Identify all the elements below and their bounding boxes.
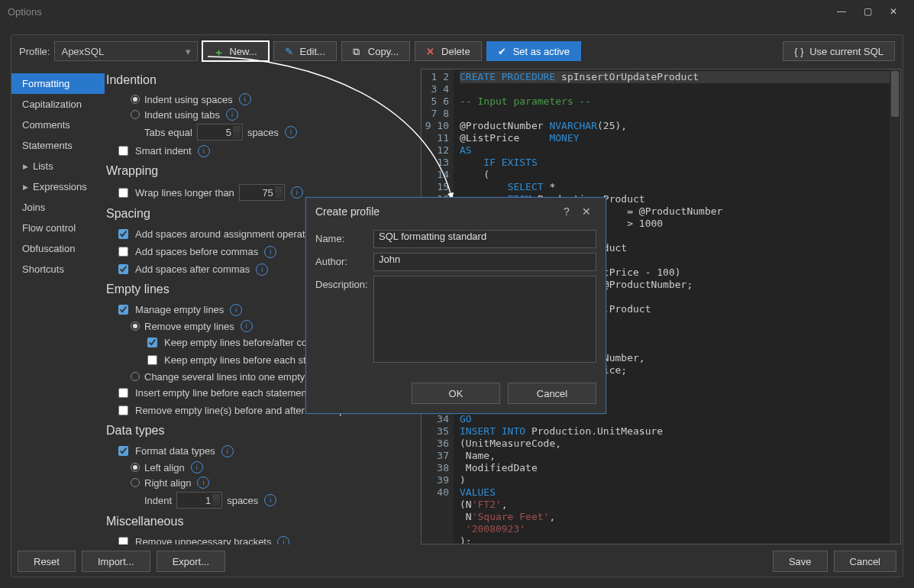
check-wrap-longer[interactable] — [118, 188, 128, 198]
import-button[interactable]: Import... — [82, 551, 150, 572]
check-icon: ✔ — [498, 46, 509, 57]
new-button[interactable]: ＋New... — [202, 41, 268, 61]
dialog-help-button[interactable]: ? — [557, 205, 576, 218]
info-icon[interactable]: i — [285, 126, 297, 138]
name-input[interactable]: SQL formatting standard — [373, 230, 596, 248]
create-profile-dialog: Create profile ? ✕ Name:SQL formatting s… — [305, 197, 606, 414]
reset-button[interactable]: Reset — [18, 551, 76, 572]
author-input[interactable]: John — [373, 253, 596, 271]
title-bar: Options — ▢ ✕ — [0, 0, 914, 23]
section-misc: Miscellaneous — [106, 515, 415, 528]
nav-item-joins[interactable]: Joins — [11, 197, 105, 218]
profile-label: Profile: — [19, 46, 50, 57]
set-active-button[interactable]: ✔Set as active — [486, 41, 581, 61]
category-nav: FormattingCapitalizationCommentsStatemen… — [11, 69, 105, 544]
description-label: Description: — [315, 276, 373, 290]
toolbar: Profile: ApexSQL ▾ ＋New... ✎Edit... ⧉Cop… — [11, 35, 903, 67]
radio-left-align[interactable] — [131, 463, 140, 472]
dialog-ok-button[interactable]: OK — [412, 383, 500, 404]
wrap-length-input[interactable]: 75 — [239, 184, 285, 201]
vertical-scrollbar[interactable] — [890, 69, 900, 544]
edit-button[interactable]: ✎Edit... — [273, 41, 337, 61]
section-data-types: Data types — [106, 424, 415, 438]
info-icon[interactable]: i — [197, 477, 209, 489]
nav-item-obfuscation[interactable]: Obfuscation — [11, 238, 105, 259]
check-space-after-commas[interactable] — [118, 264, 128, 274]
delete-button[interactable]: ✕Delete — [415, 41, 482, 61]
nav-item-formatting[interactable]: Formatting — [11, 73, 105, 94]
nav-item-comments[interactable]: Comments — [11, 115, 105, 135]
braces-icon: { } — [794, 46, 805, 57]
name-label: Name: — [315, 230, 373, 244]
window-title: Options — [8, 6, 42, 18]
info-icon[interactable]: i — [291, 186, 303, 199]
info-icon[interactable]: i — [198, 145, 210, 157]
check-manage-empty[interactable] — [118, 305, 128, 315]
export-button[interactable]: Export... — [157, 551, 225, 572]
radio-remove-empty[interactable] — [131, 321, 140, 331]
tabs-equal-input[interactable]: 5 — [197, 124, 243, 141]
cancel-button[interactable]: Cancel — [834, 551, 896, 572]
caret-icon: ▶ — [22, 183, 28, 191]
profile-select-value: ApexSQL — [61, 46, 104, 57]
profile-select[interactable]: ApexSQL ▾ — [54, 41, 198, 61]
plus-icon: ＋ — [214, 46, 224, 57]
nav-item-statements[interactable]: Statements — [11, 135, 105, 156]
use-current-sql-button[interactable]: { }Use current SQL — [783, 41, 895, 61]
radio-change-one[interactable] — [131, 372, 140, 381]
chevron-down-icon: ▾ — [186, 46, 191, 57]
radio-indent-spaces[interactable] — [131, 95, 140, 104]
info-icon[interactable]: i — [226, 108, 238, 121]
check-remove-script[interactable] — [118, 405, 128, 415]
info-icon[interactable]: i — [264, 246, 276, 258]
info-icon[interactable]: i — [230, 304, 242, 316]
check-insert-before[interactable] — [118, 388, 128, 398]
dialog-titlebar: Create profile ? ✕ — [306, 198, 606, 225]
delete-icon: ✕ — [426, 46, 437, 57]
description-input[interactable] — [373, 276, 596, 363]
check-keep-comments[interactable] — [147, 338, 157, 347]
scrollbar-thumb[interactable] — [891, 71, 899, 117]
pencil-icon: ✎ — [285, 46, 296, 57]
dialog-cancel-button[interactable]: Cancel — [508, 383, 596, 404]
info-icon[interactable]: i — [256, 263, 268, 276]
maximize-button[interactable]: ▢ — [854, 6, 880, 17]
check-smart-indent[interactable] — [118, 146, 128, 156]
check-space-around[interactable] — [118, 229, 128, 239]
check-space-before-commas[interactable] — [118, 247, 128, 257]
copy-icon: ⧉ — [353, 46, 363, 57]
datatype-indent-input[interactable]: 1 — [176, 492, 222, 509]
nav-item-shortcuts[interactable]: Shortcuts — [11, 259, 105, 279]
nav-item-flow-control[interactable]: Flow control — [11, 218, 105, 238]
dialog-close-button[interactable]: ✕ — [576, 205, 596, 218]
info-icon[interactable]: i — [264, 494, 276, 506]
minimize-button[interactable]: — — [828, 6, 854, 17]
check-keep-each[interactable] — [147, 355, 157, 365]
check-remove-brackets[interactable] — [118, 537, 128, 544]
section-wrapping: Wrapping — [106, 164, 415, 178]
radio-indent-tabs[interactable] — [131, 110, 140, 119]
dialog-title: Create profile — [315, 205, 379, 218]
nav-item-capitalization[interactable]: Capitalization — [11, 94, 105, 115]
info-icon[interactable]: i — [277, 536, 289, 545]
info-icon[interactable]: i — [221, 445, 234, 457]
close-button[interactable]: ✕ — [880, 6, 906, 17]
radio-right-align[interactable] — [131, 478, 140, 487]
options-window: Options — ▢ ✕ Profile: ApexSQL ▾ ＋New...… — [0, 0, 914, 588]
check-format-datatypes[interactable] — [118, 446, 128, 456]
caret-icon: ▶ — [22, 163, 28, 170]
info-icon[interactable]: i — [191, 461, 203, 473]
info-icon[interactable]: i — [241, 320, 253, 332]
footer: Reset Import... Export... Save Cancel — [11, 546, 903, 577]
nav-item-expressions[interactable]: ▶Expressions — [11, 176, 105, 197]
copy-button[interactable]: ⧉Copy... — [341, 41, 410, 61]
save-button[interactable]: Save — [773, 551, 828, 572]
nav-item-lists[interactable]: ▶Lists — [11, 156, 105, 176]
author-label: Author: — [315, 253, 373, 267]
section-indention: Indention — [106, 73, 415, 87]
info-icon[interactable]: i — [239, 93, 251, 105]
